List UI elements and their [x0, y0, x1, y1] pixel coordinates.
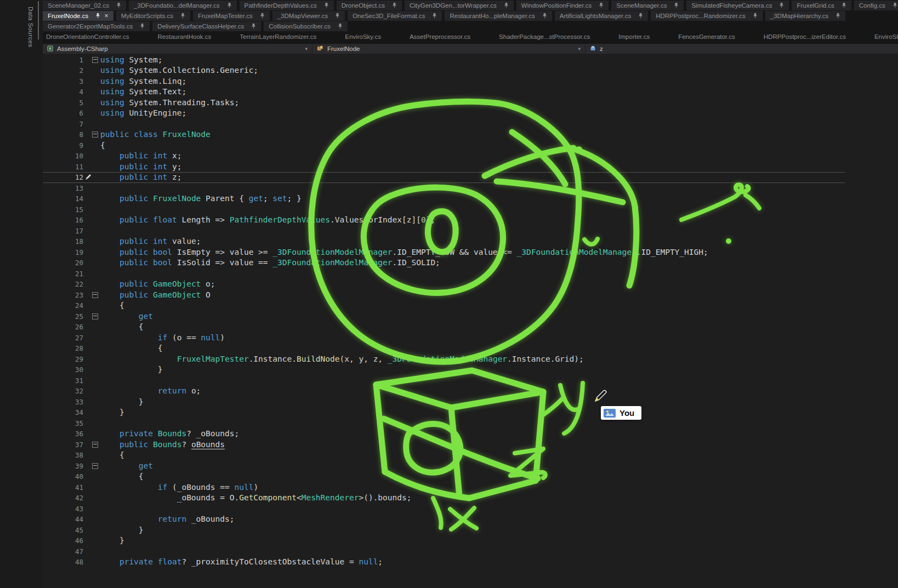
code-line[interactable]: 33 }: [43, 397, 898, 408]
code-line[interactable]: 18 public int value;: [43, 236, 898, 247]
editor-tab[interactable]: SceneManager_02.cs: [43, 1, 126, 10]
collapse-icon[interactable]: [92, 442, 98, 448]
pin-icon[interactable]: [674, 2, 679, 8]
pin-icon[interactable]: [227, 2, 232, 8]
editor-tab[interactable]: RestaurantHo...pleManager.cs: [445, 11, 552, 21]
code-line[interactable]: 46 }: [43, 535, 898, 546]
code-line[interactable]: 10 public int x;: [43, 151, 898, 162]
pin-icon[interactable]: [251, 23, 256, 29]
fold-column[interactable]: [83, 129, 100, 140]
member-dropdown[interactable]: z: [586, 44, 898, 54]
code-line[interactable]: 5using System.Threading.Tasks;: [43, 98, 898, 109]
code-line[interactable]: 8public class FruxelNode: [43, 129, 898, 140]
code-line[interactable]: 16 public float Length => PathfinderDept…: [43, 215, 898, 226]
editor-tab[interactable]: PathfinderDepthValues.cs: [240, 1, 334, 10]
type-dropdown[interactable]: FruxelNode ▾: [312, 44, 586, 54]
pin-icon[interactable]: [260, 13, 265, 19]
fold-column[interactable]: [83, 55, 100, 66]
pin-icon[interactable]: [335, 13, 340, 19]
fold-column[interactable]: [83, 290, 100, 301]
pin-icon[interactable]: [432, 13, 437, 19]
code-line[interactable]: 24 {: [43, 300, 898, 311]
pin-icon[interactable]: [140, 23, 145, 29]
code-line[interactable]: 6using UnityEngine;: [43, 108, 898, 119]
code-line[interactable]: 29 FruxelMapTester.Instance.BuildNode(x,…: [43, 354, 898, 365]
code-line[interactable]: 13: [43, 183, 898, 194]
editor-tab[interactable]: FruxelGrid.cs: [792, 1, 851, 10]
editor-tab[interactable]: DroneObject.cs: [337, 1, 402, 10]
pin-icon[interactable]: [542, 13, 547, 19]
pin-icon[interactable]: [893, 2, 897, 8]
editor-tab[interactable]: RestaurantHook.cs: [156, 32, 213, 42]
editor-tab[interactable]: _3DMapViewer.cs: [272, 11, 345, 21]
collapse-icon[interactable]: [92, 313, 98, 319]
editor-tab[interactable]: TerrainLayerRandomizer.cs: [238, 32, 318, 42]
code-line[interactable]: 1using System;: [43, 55, 898, 66]
pin-icon[interactable]: [95, 13, 100, 19]
editor-tab[interactable]: OneSec3D_FileFormat.cs: [348, 11, 442, 21]
code-line[interactable]: 37 public Bounds? oBounds: [43, 439, 898, 450]
code-line[interactable]: 41 if (_oBounds == null): [43, 482, 898, 493]
close-icon[interactable]: ×: [104, 12, 109, 19]
code-line[interactable]: 23 public GameObject O: [43, 290, 898, 301]
collapse-icon[interactable]: [92, 132, 98, 138]
fold-column[interactable]: [83, 311, 100, 322]
code-line[interactable]: 12 public int z;: [43, 172, 845, 183]
code-line[interactable]: 7: [43, 119, 898, 130]
code-line[interactable]: 25 get: [43, 311, 898, 322]
fold-column[interactable]: [83, 461, 100, 472]
editor-tab[interactable]: Importer.cs: [617, 32, 651, 42]
code-line[interactable]: 27 if (o == null): [43, 333, 898, 344]
editor-tab[interactable]: CityGen3DGen...torWrapper.cs: [405, 1, 514, 10]
code-line[interactable]: 22 public GameObject o;: [43, 279, 898, 290]
code-line[interactable]: 45 }: [43, 525, 898, 536]
editor-tab[interactable]: ArtificialLightsManager.cs: [555, 11, 648, 21]
editor-tab[interactable]: _3DMapHierarchy.cs: [765, 11, 846, 21]
code-line[interactable]: 2using System.Collections.Generic;: [43, 65, 898, 76]
editor-tab[interactable]: FruxelMapTester.cs: [193, 11, 270, 21]
pin-icon[interactable]: [753, 13, 758, 19]
pin-icon[interactable]: [338, 23, 343, 29]
code-line[interactable]: 39 get: [43, 461, 898, 472]
pin-icon[interactable]: [779, 2, 784, 8]
editor-tab[interactable]: ShaderPackage...stProcessor.cs: [497, 32, 592, 42]
editor-tab[interactable]: FruxelNode.cs×: [43, 11, 113, 21]
project-dropdown[interactable]: Assembly-CSharp ▾: [43, 44, 312, 54]
editor-tab[interactable]: WindowPositionFinder.cs: [516, 1, 609, 10]
code-line[interactable]: 31: [43, 375, 898, 386]
code-editor[interactable]: 1using System;2using System.Collections.…: [43, 54, 898, 588]
editor-tab[interactable]: AssetPreprocessor.cs: [408, 32, 472, 42]
editor-tab[interactable]: HDRPPostproc...izerEditor.cs: [762, 32, 848, 42]
editor-tab[interactable]: HDRPPostproc...Randomizer.cs: [651, 11, 763, 21]
code-line[interactable]: 3using System.Linq;: [43, 76, 898, 87]
code-line[interactable]: 35: [43, 418, 898, 429]
fold-column[interactable]: [83, 439, 100, 450]
pin-icon[interactable]: [392, 2, 397, 8]
collapse-icon[interactable]: [92, 463, 98, 469]
editor-tab[interactable]: Config.cs: [854, 1, 898, 10]
code-line[interactable]: 36 private Bounds? _oBounds;: [43, 429, 898, 439]
code-line[interactable]: 43: [43, 504, 898, 515]
code-line[interactable]: 19 public bool IsEmpty => value >= _3DFo…: [43, 247, 898, 258]
code-line[interactable]: 34 }: [43, 407, 898, 418]
code-line[interactable]: 14 public FruxelNode Parent { get; set; …: [43, 193, 898, 204]
code-line[interactable]: 47: [43, 546, 898, 557]
code-line[interactable]: 11 public int y;: [43, 162, 898, 173]
collapse-icon[interactable]: [92, 57, 98, 63]
code-line[interactable]: 28 {: [43, 343, 898, 354]
editor-tab[interactable]: CollisionSubscriber.cs: [264, 21, 348, 31]
code-line[interactable]: 32 return o;: [43, 386, 898, 397]
pin-icon[interactable]: [599, 2, 604, 8]
code-line[interactable]: 30 }: [43, 364, 898, 375]
editor-tab[interactable]: FencesGenerator.cs: [677, 32, 737, 42]
pin-icon[interactable]: [324, 2, 329, 8]
editor-tab[interactable]: EnviroSky.cs: [343, 32, 383, 42]
editor-tab[interactable]: DroneOrientationController.cs: [44, 32, 131, 42]
editor-tab[interactable]: DeliverySurfaceClassHelper.cs: [152, 21, 261, 31]
editor-tab[interactable]: Generator2ExportMapTools.cs: [43, 21, 150, 31]
pin-icon[interactable]: [180, 13, 185, 19]
data-sources-tab[interactable]: Data Sources: [27, 7, 34, 47]
code-line[interactable]: 20 public bool IsSolid => value == _3DFo…: [43, 258, 898, 269]
editor-tab[interactable]: SceneManager.cs: [611, 1, 684, 10]
code-line[interactable]: 26 {: [43, 322, 898, 333]
